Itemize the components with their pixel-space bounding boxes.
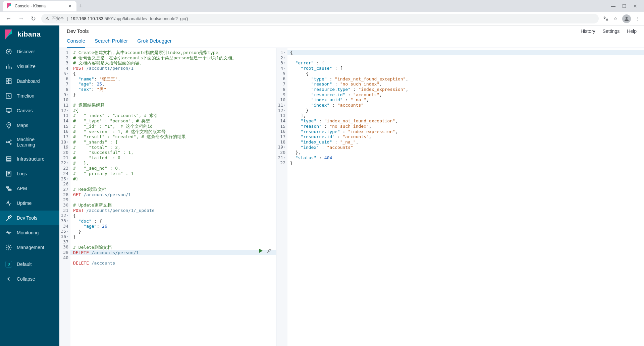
tabs-bar: ConsoleSearch ProfilerGrok Debugger	[59, 34, 644, 48]
sidebar-item-label: Monitoring	[17, 230, 39, 235]
new-tab-button[interactable]: +	[76, 1, 86, 11]
tab-console[interactable]: Console	[67, 38, 85, 48]
svg-point-10	[10, 140, 11, 141]
browser-tab[interactable]: Console - Kibana ✕	[3, 1, 76, 11]
sidebar-item-maps[interactable]: Maps	[0, 118, 59, 133]
maps-icon	[5, 122, 12, 129]
visualize-icon	[5, 63, 12, 70]
svg-point-20	[8, 247, 10, 248]
sidebar-item-infrastructure[interactable]: Infrastructure	[0, 152, 59, 166]
sidebar-item-timelion[interactable]: Timelion	[0, 89, 59, 103]
sidebar-item-label: Timelion	[17, 93, 34, 99]
canvas-icon	[5, 107, 12, 114]
url-text: 192.168.110.133:5601/app/kibana#/dev_too…	[70, 16, 188, 21]
sidebar-item-label: Canvas	[17, 108, 33, 113]
sidebar-item-label: APM	[17, 186, 27, 191]
sidebar-item-discover[interactable]: Discover	[0, 44, 59, 59]
svg-rect-5	[6, 82, 9, 84]
sidebar-item-logs[interactable]: Logs	[0, 166, 59, 181]
sidebar-collapse[interactable]: Collapse	[0, 272, 59, 286]
history-button[interactable]: History	[581, 28, 595, 34]
logo-text: kibana	[17, 30, 41, 38]
settings-button[interactable]: Settings	[603, 28, 620, 34]
url-input[interactable]: ⚠ 不安全 | 192.168.110.133:5601/app/kibana#…	[41, 14, 599, 23]
sidebar-item-ml[interactable]: Machine Learning	[0, 133, 59, 152]
play-icon[interactable]	[259, 248, 263, 253]
sidebar-item-label: Discover	[17, 49, 35, 54]
infrastructure-icon	[5, 156, 12, 162]
space-badge: D	[5, 261, 12, 268]
monitoring-icon	[5, 229, 12, 236]
sidebar-item-label: Visualize	[17, 64, 36, 69]
svg-rect-3	[9, 79, 11, 80]
sidebar-item-label: Default	[17, 262, 32, 267]
address-bar: ← → ↻ ⚠ 不安全 | 192.168.110.133:5601/app/k…	[0, 12, 644, 25]
svg-rect-19	[8, 189, 11, 190]
ml-icon	[5, 139, 12, 146]
response-pane[interactable]: 1▾2▾3▾4▾567891011▾12▾13141516171819▾2021…	[276, 48, 644, 346]
translate-icon[interactable]	[603, 16, 609, 22]
uptime-icon	[5, 200, 12, 207]
tab-searchprofiler[interactable]: Search Profiler	[95, 38, 128, 48]
sidebar-item-label: Collapse	[17, 276, 35, 282]
svg-point-0	[626, 17, 628, 19]
request-editor[interactable]: # Create创建文档，其中accounts指的是索引Index,person…	[70, 48, 276, 346]
logo[interactable]: kibana	[0, 25, 59, 44]
svg-point-12	[8, 141, 9, 142]
browser-chrome: Console - Kibana ✕ + ― ❐ ✕ ← → ↻ ⚠ 不安全 |…	[0, 0, 644, 25]
header-bar: Dev Tools History Settings Help	[59, 25, 644, 34]
apm-icon	[5, 185, 12, 192]
svg-rect-17	[6, 187, 9, 188]
sidebar-item-uptime[interactable]: Uptime	[0, 196, 59, 211]
menu-icon[interactable]: ⋮	[636, 16, 640, 21]
sidebar-item-monitoring[interactable]: Monitoring	[0, 225, 59, 240]
maximize-icon[interactable]: ❐	[622, 3, 627, 9]
address-bar-actions: ☆ ⋮	[603, 14, 640, 23]
main-content: Dev Tools History Settings Help ConsoleS…	[59, 25, 644, 346]
discover-icon	[5, 48, 12, 55]
sidebar-item-label: Management	[17, 245, 44, 250]
editor-split: 12345▾6789▾101112▾131415161718▾19202122▾…	[59, 48, 644, 346]
forward-button[interactable]: →	[17, 14, 25, 23]
sidebar-item-dashboard[interactable]: Dashboard	[0, 74, 59, 89]
back-button[interactable]: ←	[4, 14, 13, 23]
help-button[interactable]: Help	[627, 28, 637, 34]
sidebar-item-canvas[interactable]: Canvas	[0, 103, 59, 118]
svg-point-11	[10, 143, 11, 144]
management-icon	[5, 244, 12, 251]
request-pane[interactable]: 12345▾6789▾101112▾131415161718▾19202122▾…	[59, 48, 276, 346]
sidebar-item-apm[interactable]: APM	[0, 181, 59, 196]
close-icon[interactable]: ✕	[67, 3, 72, 9]
wrench-icon[interactable]	[267, 248, 271, 253]
close-window-icon[interactable]: ✕	[633, 3, 637, 9]
reload-button[interactable]: ↻	[30, 14, 37, 24]
kibana-favicon-icon	[7, 3, 12, 9]
request-actions	[259, 248, 271, 253]
header-actions: History Settings Help	[581, 28, 637, 34]
sidebar-item-label: Dashboard	[17, 78, 40, 84]
bookmark-icon[interactable]: ☆	[613, 16, 618, 21]
breadcrumb: Dev Tools	[67, 28, 89, 34]
sidebar-item-label: Uptime	[17, 200, 32, 206]
response-viewer: { "error" : { "root_cause" : [ { "type" …	[287, 48, 644, 346]
sidebar-item-label: Machine Learning	[17, 137, 54, 148]
sidebar: kibana DiscoverVisualizeDashboardTimelio…	[0, 25, 59, 346]
svg-rect-7	[6, 108, 11, 112]
sidebar-item-label: Dev Tools	[17, 215, 37, 221]
sidebar-item-label: Infrastructure	[17, 156, 44, 162]
tab-grok[interactable]: Grok Debugger	[137, 38, 172, 48]
profile-avatar[interactable]	[622, 14, 631, 23]
sidebar-item-label: Maps	[17, 123, 28, 128]
minimize-icon[interactable]: ―	[611, 3, 615, 9]
insecure-label: 不安全	[52, 16, 64, 21]
svg-point-8	[8, 124, 9, 125]
svg-rect-4	[9, 81, 11, 83]
svg-rect-2	[6, 79, 9, 81]
svg-point-9	[6, 141, 7, 142]
sidebar-item-management[interactable]: Management	[0, 240, 59, 255]
sidebar-item-visualize[interactable]: Visualize	[0, 59, 59, 74]
logs-icon	[5, 170, 12, 177]
sidebar-space-default[interactable]: D Default	[0, 257, 59, 272]
devtools-icon	[5, 215, 12, 221]
sidebar-item-devtools[interactable]: Dev Tools	[0, 211, 59, 225]
